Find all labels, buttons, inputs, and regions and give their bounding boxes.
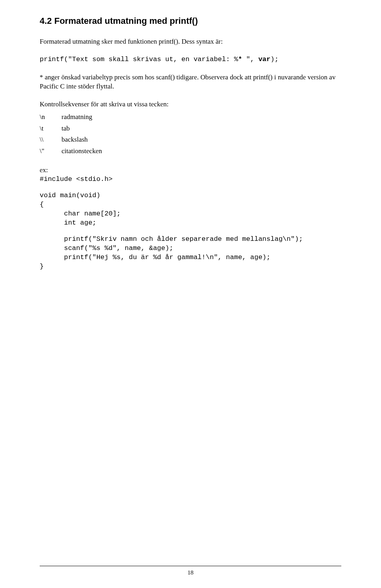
list-value: backslash	[62, 134, 88, 146]
paragraph-intro: Formaterad utmatning sker med funktionen…	[40, 37, 341, 46]
syntax-bold-var: var	[258, 56, 271, 63]
syntax-bold-star: *	[238, 56, 242, 63]
list-item: \" citationstecken	[40, 146, 341, 157]
list-key: \\	[40, 134, 62, 146]
list-item: \\ backslash	[40, 134, 341, 146]
section-heading: 4.2 Formaterad utmatning med printf()	[40, 16, 341, 26]
page-number: 18	[0, 569, 381, 576]
escape-list: \n radmatning \t tab \\ backslash \" cit…	[40, 111, 341, 158]
code-printf2: printf("Hej %s, du är %d år gammal!\n", …	[40, 253, 341, 262]
list-key: \t	[40, 123, 62, 135]
code-decl-age: int age;	[40, 219, 341, 228]
syntax-plain2: ",	[242, 56, 258, 63]
code-brace-close: }	[40, 262, 341, 271]
list-value: citationstecken	[62, 146, 102, 157]
document-page: 4.2 Formaterad utmatning med printf() Fo…	[0, 0, 381, 588]
syntax-plain: printf("Text som skall skrivas ut, en va…	[40, 56, 238, 63]
list-value: radmatning	[62, 111, 92, 123]
list-value: tab	[62, 123, 70, 135]
example-label: ex:	[40, 166, 341, 175]
list-item: \n radmatning	[40, 111, 341, 123]
list-item: \t tab	[40, 123, 341, 135]
code-decl-name: char name[20];	[40, 209, 341, 219]
code-syntax-line: printf("Text som skall skrivas ut, en va…	[40, 55, 341, 64]
code-printf1: printf("Skriv namn och ålder separerade …	[40, 235, 341, 244]
paragraph-list-intro: Kontrollsekvenser för att skriva ut viss…	[40, 100, 341, 109]
list-key: \n	[40, 111, 62, 123]
footer-rule	[40, 566, 341, 566]
code-include: #include <stdio.h>	[40, 175, 341, 184]
syntax-plain3: );	[271, 56, 279, 63]
list-key: \"	[40, 146, 62, 157]
code-main-decl: void main(void)	[40, 191, 341, 200]
code-scanf: scanf("%s %d", name, &age);	[40, 244, 341, 253]
paragraph-note: * anger önskad variabeltyp precis som ho…	[40, 73, 341, 91]
code-brace-open: {	[40, 200, 341, 209]
